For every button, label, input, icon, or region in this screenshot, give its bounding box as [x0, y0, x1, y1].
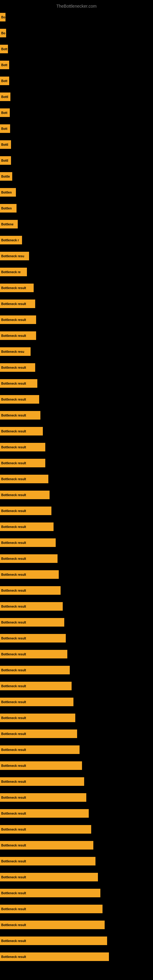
bar-label: Bottleneck re — [1, 270, 21, 274]
bar-row: Bottl — [0, 137, 153, 153]
bar-item: Bott — [0, 45, 8, 53]
bar-label: Bottleneck result — [1, 573, 26, 576]
bar-label: Bottleneck result — [1, 605, 26, 608]
bar-item: Bottleneck result — [0, 745, 80, 754]
bar-item: Bottleneck result — [0, 602, 63, 611]
bar-label: Bottleneck result — [1, 541, 26, 544]
bar-item: Bottleneck result — [0, 761, 82, 770]
bar-row: Bottlen — [0, 200, 153, 216]
bar-item: Bottlen — [0, 204, 16, 213]
bar-item: Bottle — [0, 172, 12, 181]
bar-label: Bottlene — [1, 223, 13, 226]
bar-label: Bottl — [1, 143, 8, 146]
bar-label: Bottleneck result — [1, 557, 26, 560]
bar-label: Bottleneck result — [1, 668, 26, 672]
bar-item: Bottleneck result — [0, 953, 109, 961]
bar-row: Bottleneck result — [0, 439, 153, 455]
bar-label: Bott — [1, 111, 7, 115]
bar-label: Bottleneck resu — [1, 255, 24, 258]
bar-row: Bottleneck result — [0, 694, 153, 710]
bar-item: Bottleneck result — [0, 315, 36, 324]
bar-item: Bottleneck result — [0, 873, 98, 881]
bar-row: Bottleneck result — [0, 630, 153, 646]
bar-item: Bott — [0, 124, 10, 133]
bar-row: Bottlen — [0, 185, 153, 200]
bar-label: Bottleneck result — [1, 875, 26, 879]
bar-item: Bo — [0, 29, 6, 37]
bar-item: Bottleneck result — [0, 921, 105, 929]
bar-item: Bottleneck result — [0, 682, 72, 690]
bar-label: Bottleneck result — [1, 637, 26, 640]
bar-row: Bottle — [0, 169, 153, 185]
bar-label: Bottleneck result — [1, 445, 26, 449]
bar-item: Bott — [0, 108, 10, 117]
bar-item: Bottlen — [0, 188, 16, 197]
bar-row: Bottleneck result — [0, 773, 153, 789]
bar-label: Bottleneck result — [1, 860, 26, 863]
bar-row: Bottleneck result — [0, 280, 153, 296]
bar-row: Bottleneck result — [0, 328, 153, 344]
bar-label: Bottleneck result — [1, 764, 26, 767]
bar-item: Bottleneck result — [0, 283, 33, 292]
site-title: TheBottlenecker.com — [0, 1, 153, 10]
bar-item: Bottleneck result — [0, 586, 61, 595]
bar-item: Bottleneck result — [0, 777, 84, 786]
bar-item: Bottleneck result — [0, 618, 64, 627]
bar-item: Bottleneck result — [0, 825, 91, 834]
bar-label: Bottleneck result — [1, 796, 26, 799]
bar-item: Bottlene — [0, 220, 18, 229]
bar-label: Bottleneck result — [1, 414, 26, 417]
bar-row: Bottleneck result — [0, 535, 153, 550]
bar-label: Bo — [1, 16, 5, 19]
bar-row: Bottleneck result — [0, 646, 153, 662]
bar-row: Bottleneck result — [0, 789, 153, 805]
bar-item: Bottleneck result — [0, 522, 54, 531]
bar-item: Bottleneck result — [0, 714, 75, 722]
bar-label: Bottleneck result — [1, 509, 26, 513]
bar-row: Bottleneck result — [0, 933, 153, 949]
bar-label: Bottleneck result — [1, 923, 26, 927]
bar-row: Bottleneck result — [0, 360, 153, 375]
bar-item: Bottleneck result — [0, 570, 59, 579]
bar-row: Bottleneck result — [0, 407, 153, 423]
bar-item: Bottleneck result — [0, 809, 89, 818]
bar-item: Bottleneck result — [0, 411, 40, 420]
bar-row: Bottleneck resu — [0, 344, 153, 360]
bar-row: Bottleneck result — [0, 503, 153, 519]
bar-label: Bottleneck result — [1, 812, 26, 815]
bar-label: Bott — [1, 64, 7, 67]
bar-item: Bottleneck result — [0, 730, 77, 738]
bar-row: Bottleneck result — [0, 566, 153, 582]
bar-row: Bottleneck result — [0, 805, 153, 821]
bar-label: Bottleneck result — [1, 477, 26, 481]
bar-label: Bott — [1, 127, 7, 130]
bar-label: Bottleneck result — [1, 907, 26, 911]
bar-label: Bottleneck result — [1, 398, 26, 401]
bar-label: Bottleneck result — [1, 382, 26, 385]
bar-row: Bo — [0, 25, 153, 41]
bar-row: Bottleneck re — [0, 264, 153, 280]
bar-item: Bottleneck result — [0, 698, 73, 706]
bar-row: Bott — [0, 73, 153, 89]
bar-item: Bottl — [0, 92, 10, 101]
bar-label: Bottleneck result — [1, 461, 26, 465]
bar-row: Bottleneck result — [0, 853, 153, 869]
bar-label: Bottle — [1, 175, 10, 178]
bar-row: Bottleneck result — [0, 917, 153, 933]
bar-item: Bottleneck resu — [0, 252, 29, 260]
bar-row: Bott — [0, 41, 153, 57]
bar-row: Bottleneck result — [0, 598, 153, 614]
bar-row: Bottleneck result — [0, 455, 153, 471]
bar-row: Bottleneck result — [0, 582, 153, 598]
bar-item: Bottleneck result — [0, 905, 102, 913]
bar-row: Bottlene — [0, 216, 153, 232]
bar-row: Bott — [0, 57, 153, 73]
bar-label: Bottleneck result — [1, 525, 26, 528]
bar-item: Bottleneck result — [0, 554, 57, 563]
bar-item: Bottleneck result — [0, 857, 96, 865]
bar-item: Bottleneck result — [0, 889, 100, 897]
bar-item: Bottleneck r — [0, 236, 22, 244]
bar-label: Bottleneck result — [1, 684, 26, 688]
bar-label: Bottleneck result — [1, 318, 26, 321]
bar-label: Bottleneck result — [1, 732, 26, 736]
